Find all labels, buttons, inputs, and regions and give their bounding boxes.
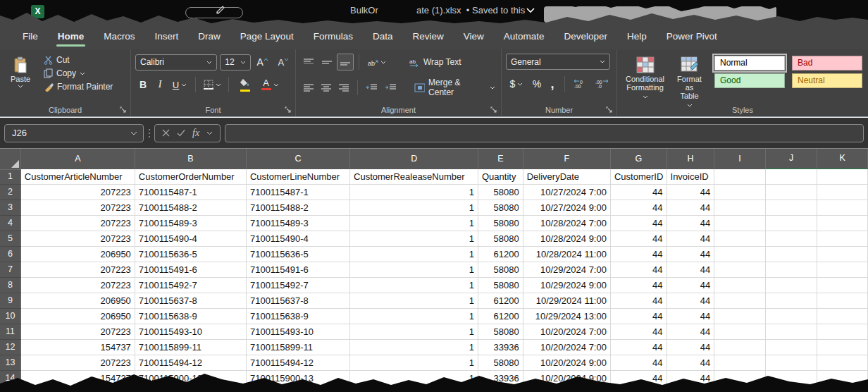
cell-B12[interactable]: 7100115899-11 — [135, 340, 247, 355]
enter-icon[interactable] — [177, 129, 185, 137]
tab-data[interactable]: Data — [363, 24, 403, 49]
cell-E12[interactable]: 33936 — [478, 340, 523, 355]
cell-J9[interactable] — [766, 293, 818, 309]
cell-I8[interactable] — [714, 278, 766, 293]
cell-E13[interactable]: 58080 — [478, 355, 523, 371]
increase-decimal-button[interactable]: 0.00 — [571, 75, 590, 92]
insert-function-button[interactable]: fx — [192, 128, 199, 139]
cell-B9[interactable]: 7100115637-8 — [135, 293, 247, 309]
cell-style-neutral[interactable]: Neutral — [792, 73, 862, 88]
tab-insert[interactable]: Insert — [145, 24, 189, 49]
cell-H10[interactable]: 44 — [667, 309, 715, 324]
cell-A9[interactable]: 206950 — [21, 293, 135, 309]
cell-B14[interactable]: 7100115900-13 — [135, 371, 247, 386]
cell-K5[interactable] — [817, 231, 868, 247]
cell-A10[interactable]: 206950 — [21, 309, 135, 324]
column-header-B[interactable]: B — [135, 149, 247, 170]
cell-F2[interactable]: 10/27/2024 7:00 — [523, 185, 611, 200]
column-header-A[interactable]: A — [21, 149, 135, 170]
cell-E14[interactable]: 33936 — [478, 371, 523, 386]
orientation-button[interactable]: ab — [364, 54, 390, 71]
alignment-dialog-launcher[interactable] — [490, 106, 498, 114]
cell-D13[interactable]: 1 — [350, 355, 478, 371]
cell-H7[interactable]: 44 — [667, 262, 715, 278]
cell-K14[interactable] — [817, 371, 868, 386]
cell-D4[interactable]: 1 — [350, 216, 478, 231]
cell-J1[interactable] — [766, 169, 818, 185]
clipboard-dialog-launcher[interactable] — [119, 106, 128, 114]
align-bottom-button[interactable] — [337, 54, 354, 71]
cell-I4[interactable] — [714, 216, 766, 231]
row-header-13[interactable]: 13 — [0, 355, 21, 371]
font-size-select[interactable]: 12 — [220, 54, 251, 71]
font-color-button[interactable]: A — [258, 76, 282, 93]
cell-K4[interactable] — [817, 216, 868, 231]
cell-B2[interactable]: 7100115487-1 — [135, 185, 247, 200]
cell-I13[interactable] — [714, 355, 766, 371]
cell-C4[interactable]: 7100115489-3 — [247, 216, 350, 231]
underline-button[interactable]: U — [169, 76, 190, 93]
row-header-14[interactable]: 14 — [0, 371, 21, 386]
font-family-select[interactable]: Calibri — [135, 54, 217, 71]
cell-E3[interactable]: 58080 — [478, 200, 523, 216]
borders-button[interactable] — [201, 76, 223, 93]
cell-F12[interactable]: 10/20/2024 7:00 — [523, 340, 611, 355]
cell-G1[interactable]: CustomerID — [611, 169, 667, 185]
cell-C1[interactable]: CustomerLineNumber — [247, 169, 350, 185]
cell-F13[interactable]: 10/20/2024 9:00 — [523, 355, 611, 371]
cell-A2[interactable]: 207223 — [21, 185, 135, 200]
cell-A11[interactable]: 207223 — [21, 324, 135, 340]
cell-C13[interactable]: 7100115494-12 — [247, 355, 350, 371]
cell-D2[interactable]: 1 — [350, 185, 478, 200]
conditional-formatting-button[interactable]: ConditionalFormatting — [621, 54, 669, 103]
cell-E2[interactable]: 58080 — [478, 185, 523, 200]
cell-B11[interactable]: 7100115493-10 — [135, 324, 247, 340]
column-header-D[interactable]: D — [350, 149, 478, 170]
row-header-12[interactable]: 12 — [0, 340, 21, 355]
cell-G10[interactable]: 44 — [611, 309, 667, 324]
format-as-table-button[interactable]: Format asTable — [673, 54, 706, 111]
formula-input[interactable] — [225, 124, 864, 142]
cell-C3[interactable]: 7100115488-2 — [247, 200, 350, 216]
cell-D6[interactable]: 1 — [350, 247, 478, 262]
copy-button[interactable]: Copy — [41, 67, 116, 80]
cell-J14[interactable] — [766, 371, 818, 386]
cell-G4[interactable]: 44 — [611, 216, 667, 231]
cell-A5[interactable]: 207223 — [21, 231, 135, 247]
number-format-select[interactable]: General — [506, 54, 610, 70]
cell-C12[interactable]: 7100115899-11 — [247, 340, 350, 355]
cell-A6[interactable]: 206950 — [21, 247, 135, 262]
cell-E8[interactable]: 58080 — [478, 278, 523, 293]
row-header-9[interactable]: 9 — [0, 293, 21, 309]
cell-K12[interactable] — [817, 340, 868, 355]
cell-B3[interactable]: 7100115488-2 — [135, 200, 247, 216]
cell-G14[interactable]: 44 — [611, 371, 667, 386]
cell-H14[interactable]: 44 — [667, 371, 715, 386]
cell-D14[interactable]: 1 — [350, 371, 478, 386]
cell-D1[interactable]: CustomerRealeaseNumber — [350, 169, 478, 185]
tab-automate[interactable]: Automate — [494, 24, 554, 49]
cell-K13[interactable] — [817, 355, 868, 371]
cell-D5[interactable]: 1 — [350, 231, 478, 247]
cell-C8[interactable]: 7100115492-7 — [247, 278, 350, 293]
search-box[interactable] — [544, 6, 776, 23]
cell-J11[interactable] — [766, 324, 818, 340]
cell-A12[interactable]: 154737 — [21, 340, 135, 355]
row-header-5[interactable]: 5 — [0, 231, 21, 247]
format-painter-button[interactable]: Format Painter — [41, 80, 116, 93]
cell-G11[interactable]: 44 — [611, 324, 667, 340]
cell-K8[interactable] — [817, 278, 868, 293]
tab-page-layout[interactable]: Page Layout — [230, 24, 304, 49]
cell-G5[interactable]: 44 — [611, 231, 667, 247]
cell-H1[interactable]: InvoiceID — [667, 169, 715, 185]
cell-J7[interactable] — [766, 262, 818, 278]
align-center-button[interactable] — [318, 79, 334, 96]
cell-K3[interactable] — [817, 200, 868, 216]
cell-B4[interactable]: 7100115489-3 — [135, 216, 247, 231]
row-header-8[interactable]: 8 — [0, 278, 21, 293]
cell-K1[interactable] — [817, 169, 868, 185]
bold-button[interactable]: B — [135, 76, 151, 93]
cell-K11[interactable] — [817, 324, 868, 340]
cell-D7[interactable]: 1 — [350, 262, 478, 278]
align-right-button[interactable] — [336, 79, 352, 96]
